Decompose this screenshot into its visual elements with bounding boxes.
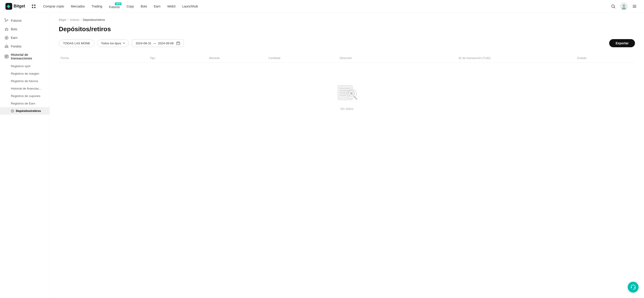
- sidebar-label-earn: Earn: [11, 36, 18, 40]
- nav-item-mercados[interactable]: Mercados: [68, 3, 88, 10]
- svg-point-17: [7, 46, 8, 48]
- sidebar-label-fondos: Fondos: [11, 44, 22, 48]
- svg-rect-20: [176, 42, 180, 45]
- date-separator: —: [153, 42, 156, 45]
- logo[interactable]: Bitget: [6, 3, 25, 10]
- col-fecha: Fecha: [59, 56, 148, 60]
- svg-rect-9: [5, 19, 6, 20]
- svg-point-7: [623, 4, 625, 7]
- page-layout: Futuros Bots Ear: [0, 13, 644, 298]
- historial-icon: [4, 54, 8, 58]
- svg-rect-25: [340, 95, 346, 96]
- breadcrumb: Bitget / Activos / Depósitos/retiros: [59, 18, 635, 22]
- svg-point-11: [6, 29, 6, 30]
- svg-rect-22: [340, 88, 350, 89]
- table-header: Fecha Tipo Moneda Cantidad Dirección ID …: [59, 54, 635, 63]
- nav-item-earn[interactable]: Earn: [151, 3, 163, 10]
- nav-right: [609, 2, 638, 10]
- user-avatar[interactable]: [620, 2, 628, 10]
- historial-section-label: Historial de transacciones: [11, 53, 45, 60]
- sidebar-sub-registros-margen[interactable]: Registros de margen: [0, 70, 50, 77]
- earn-icon: [4, 36, 8, 40]
- headset-icon: [630, 284, 636, 290]
- svg-rect-4: [34, 7, 36, 8]
- nav-item-comprar[interactable]: Comprar cripto: [40, 3, 67, 10]
- svg-rect-1: [32, 4, 33, 6]
- sidebar-sub-registros-futuros[interactable]: Registros de futuros: [0, 77, 50, 85]
- date-range-picker[interactable]: 2024-08-31 — 2024-09-06: [132, 39, 184, 47]
- hamburger-menu-button[interactable]: [630, 2, 638, 10]
- empty-state-text: Sin datos: [340, 107, 354, 110]
- type-filter-label: Todos los tipos: [101, 42, 121, 45]
- svg-point-15: [6, 45, 8, 46]
- sidebar-item-futuros[interactable]: Futuros: [0, 16, 50, 25]
- nav-item-web3[interactable]: Web3: [164, 3, 178, 10]
- empty-state: Sin datos: [59, 63, 635, 129]
- export-button[interactable]: Exportar: [609, 39, 635, 47]
- date-from: 2024-08-31: [136, 42, 151, 45]
- chevron-down-icon: [122, 42, 125, 44]
- main-content: Bitget / Activos / Depósitos/retiros Dep…: [50, 13, 644, 298]
- sidebar-item-earn[interactable]: Earn: [0, 34, 50, 42]
- svg-rect-3: [32, 7, 33, 8]
- fondos-icon: [4, 44, 8, 48]
- support-button[interactable]: [628, 282, 638, 292]
- nav-item-launchhub[interactable]: Launchhub: [180, 3, 200, 10]
- nav-item-futuros[interactable]: Futuros NEW: [106, 2, 122, 11]
- breadcrumb-bitget[interactable]: Bitget: [59, 18, 66, 22]
- type-filter-select[interactable]: Todos los tipos: [97, 40, 129, 47]
- nav-item-copy[interactable]: Copy: [124, 3, 136, 10]
- historial-section-title[interactable]: Historial de transacciones: [0, 51, 50, 62]
- page-title: Depósitos/retiros: [59, 26, 635, 33]
- nav-item-trading[interactable]: Trading: [89, 3, 105, 10]
- sidebar-sub-registros-spot[interactable]: Registros spot: [0, 62, 50, 70]
- sidebar-sub-registros-cupones[interactable]: Registros de cupones: [0, 92, 50, 100]
- sidebar-sub-depositos-retiros[interactable]: Depósitos/retiros: [0, 107, 50, 115]
- no-data-illustration: [333, 81, 360, 103]
- col-estado: Estado: [576, 56, 635, 60]
- sidebar-label-bots: Bots: [11, 27, 17, 31]
- sidebar: Futuros Bots Ear: [0, 13, 50, 298]
- svg-rect-2: [34, 4, 36, 6]
- nav-item-bots[interactable]: Bots: [138, 3, 150, 10]
- sidebar-item-fondos[interactable]: Fondos: [0, 42, 50, 51]
- top-nav: Bitget Comprar cripto Mercados Trading F…: [0, 0, 644, 13]
- calendar-icon: [176, 42, 180, 45]
- svg-point-12: [7, 29, 8, 30]
- coin-filter-button[interactable]: TODAS LAS MONE: [59, 40, 94, 47]
- futuros-new-badge: NEW: [115, 2, 122, 5]
- col-txid: ID de transacción (TxID): [457, 56, 576, 60]
- svg-point-13: [6, 28, 7, 28]
- sidebar-sub-registros-earn[interactable]: Registros de Earn: [0, 100, 50, 107]
- svg-point-16: [5, 46, 6, 48]
- svg-rect-23: [340, 90, 348, 91]
- date-to: 2024-09-06: [158, 42, 174, 45]
- svg-rect-29: [631, 287, 632, 288]
- grid-menu-button[interactable]: [30, 3, 37, 10]
- sidebar-sub-historial-financiamiento[interactable]: Historial de financiac...: [0, 85, 50, 92]
- col-tipo: Tipo: [148, 56, 207, 60]
- svg-rect-10: [5, 28, 8, 30]
- futuros-icon: [4, 18, 8, 22]
- sidebar-label-futuros: Futuros: [11, 19, 22, 22]
- col-direccion: Dirección: [338, 56, 457, 60]
- svg-point-31: [633, 289, 634, 290]
- breadcrumb-current: Depósitos/retiros: [83, 18, 105, 22]
- col-moneda: Moneda: [207, 56, 267, 60]
- search-button[interactable]: [609, 2, 617, 10]
- sidebar-item-bots[interactable]: Bots: [0, 25, 50, 34]
- col-cantidad: Cantidad: [266, 56, 338, 60]
- bots-icon: [4, 27, 8, 31]
- filters-bar: TODAS LAS MONE Todos los tipos 2024-08-3…: [59, 39, 635, 47]
- breadcrumb-activos[interactable]: Activos: [70, 18, 79, 22]
